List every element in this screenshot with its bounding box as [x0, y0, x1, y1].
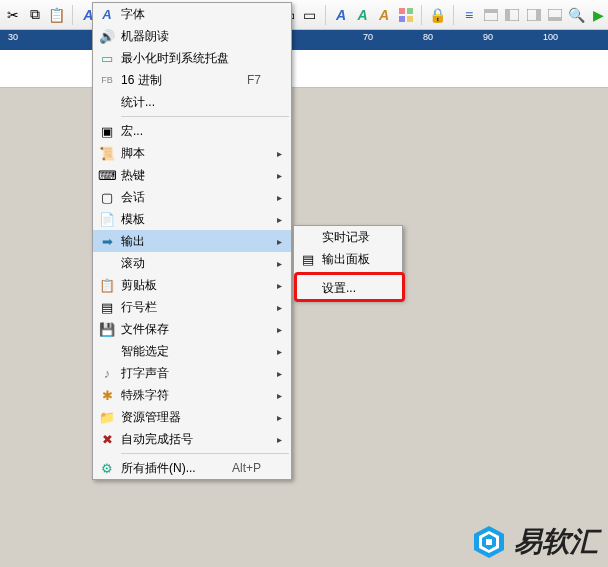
close-x-icon: ✖: [93, 432, 121, 447]
chevron-right-icon: ▸: [277, 412, 291, 423]
menu-item-scroll[interactable]: 滚动 ▸: [93, 252, 291, 274]
dialog-icon: ▢: [93, 190, 121, 205]
menu-separator: [121, 116, 289, 117]
menu-item-explorer[interactable]: 📁 资源管理器 ▸: [93, 406, 291, 428]
chevron-right-icon: ▸: [277, 280, 291, 291]
menu-item-font[interactable]: A 字体: [93, 3, 291, 25]
copy-icon[interactable]: ⧉: [26, 5, 45, 25]
panel1-icon[interactable]: [481, 5, 500, 25]
chevron-right-icon: ▸: [277, 170, 291, 181]
svg-rect-2: [399, 16, 405, 22]
menu-separator: [121, 453, 289, 454]
outline-a-icon[interactable]: A: [353, 5, 372, 25]
menu-item-smart-select[interactable]: 智能选定 ▸: [93, 340, 291, 362]
scissors-icon[interactable]: ✂: [4, 5, 23, 25]
svg-rect-0: [399, 8, 405, 14]
font-a-icon[interactable]: A: [332, 5, 351, 25]
chevron-right-icon: ▸: [277, 258, 291, 269]
save-icon: 💾: [93, 322, 121, 337]
separator: [453, 5, 454, 25]
indent-icon[interactable]: ≡: [460, 5, 479, 25]
chevron-right-icon: ▸: [277, 192, 291, 203]
panel2-icon[interactable]: [503, 5, 522, 25]
note-icon: ♪: [93, 366, 121, 381]
ruler-tick: 100: [543, 32, 558, 42]
svg-rect-15: [486, 539, 492, 545]
asterisk-icon: ✱: [93, 388, 121, 403]
ruler-tick: 30: [8, 32, 18, 42]
chevron-right-icon: ▸: [277, 390, 291, 401]
speaker-icon: 🔊: [93, 29, 121, 44]
menu-item-line-number[interactable]: ▤ 行号栏 ▸: [93, 296, 291, 318]
grid-icon[interactable]: [396, 5, 415, 25]
menu-item-clipboard[interactable]: 📋 剪贴板 ▸: [93, 274, 291, 296]
chevron-right-icon: ▸: [277, 214, 291, 225]
svg-rect-7: [505, 9, 510, 21]
document-icon: 📄: [93, 212, 121, 227]
chevron-right-icon: ▸: [277, 148, 291, 159]
watermark-logo-icon: [472, 525, 506, 559]
list-icon: ▤: [93, 300, 121, 315]
menu-item-macro[interactable]: ▣ 宏...: [93, 120, 291, 142]
menu-item-template[interactable]: 📄 模板 ▸: [93, 208, 291, 230]
search-icon[interactable]: 🔍: [567, 5, 586, 25]
ruler-tick: 90: [483, 32, 493, 42]
folder-icon: 📁: [93, 410, 121, 425]
lock-icon[interactable]: 🔒: [428, 5, 447, 25]
separator: [72, 5, 73, 25]
hex-icon: FB: [93, 75, 121, 85]
font-icon: A: [93, 7, 121, 22]
menu-item-session[interactable]: ▢ 会话 ▸: [93, 186, 291, 208]
menu-item-output[interactable]: ➡ 输出 ▸: [93, 230, 291, 252]
panel-icon: ▤: [294, 252, 322, 267]
scroll-icon: 📜: [93, 146, 121, 161]
menu-item-auto-bracket[interactable]: ✖ 自动完成括号 ▸: [93, 428, 291, 450]
menu-item-typing-sound[interactable]: ♪ 打字声音 ▸: [93, 362, 291, 384]
submenu-item-output-panel[interactable]: ▤ 输出面板: [294, 248, 402, 270]
watermark-text: 易软汇: [514, 523, 598, 561]
menu-item-file-save[interactable]: 💾 文件保存 ▸: [93, 318, 291, 340]
chevron-right-icon: ▸: [277, 434, 291, 445]
menu-item-minimize-tray[interactable]: ▭ 最小化时到系统托盘: [93, 47, 291, 69]
svg-rect-5: [484, 9, 498, 13]
output-icon: ➡: [93, 234, 121, 249]
panel3-icon[interactable]: [524, 5, 543, 25]
tool-icon[interactable]: ▭: [300, 5, 319, 25]
chevron-right-icon: ▸: [277, 302, 291, 313]
svg-rect-9: [536, 9, 541, 21]
window-icon: ▭: [93, 51, 121, 66]
menu-item-statistics[interactable]: 统计...: [93, 91, 291, 113]
panel4-icon[interactable]: [546, 5, 565, 25]
play-icon[interactable]: ▶: [589, 5, 608, 25]
svg-rect-11: [548, 17, 562, 21]
separator: [325, 5, 326, 25]
paste-icon[interactable]: 📋: [47, 5, 66, 25]
svg-rect-1: [407, 8, 413, 14]
chevron-right-icon: ▸: [277, 324, 291, 335]
menu-item-script[interactable]: 📜 脚本 ▸: [93, 142, 291, 164]
keyboard-icon: ⌨: [93, 168, 121, 183]
menu-item-all-plugins[interactable]: ⚙ 所有插件(N)... Alt+P: [93, 457, 291, 479]
separator: [421, 5, 422, 25]
ruler-tick: 80: [423, 32, 433, 42]
submenu-item-realtime-log[interactable]: 实时记录: [294, 226, 402, 248]
chevron-right-icon: ▸: [277, 346, 291, 357]
menu-item-special-char[interactable]: ✱ 特殊字符 ▸: [93, 384, 291, 406]
annotation-highlight: [294, 272, 405, 302]
menu-item-hotkey[interactable]: ⌨ 热键 ▸: [93, 164, 291, 186]
ruler-tick: 70: [363, 32, 373, 42]
menu-item-speaker[interactable]: 🔊 机器朗读: [93, 25, 291, 47]
play-box-icon: ▣: [93, 124, 121, 139]
plugin-menu: A 字体 🔊 机器朗读 ▭ 最小化时到系统托盘 FB 16 进制 F7 统计..…: [92, 2, 292, 480]
chevron-right-icon: ▸: [277, 236, 291, 247]
clipboard-icon: 📋: [93, 278, 121, 293]
menu-item-hex[interactable]: FB 16 进制 F7: [93, 69, 291, 91]
color-a-icon[interactable]: A: [375, 5, 394, 25]
chevron-right-icon: ▸: [277, 368, 291, 379]
svg-rect-3: [407, 16, 413, 22]
gear-icon: ⚙: [93, 461, 121, 476]
watermark: 易软汇: [472, 523, 598, 561]
